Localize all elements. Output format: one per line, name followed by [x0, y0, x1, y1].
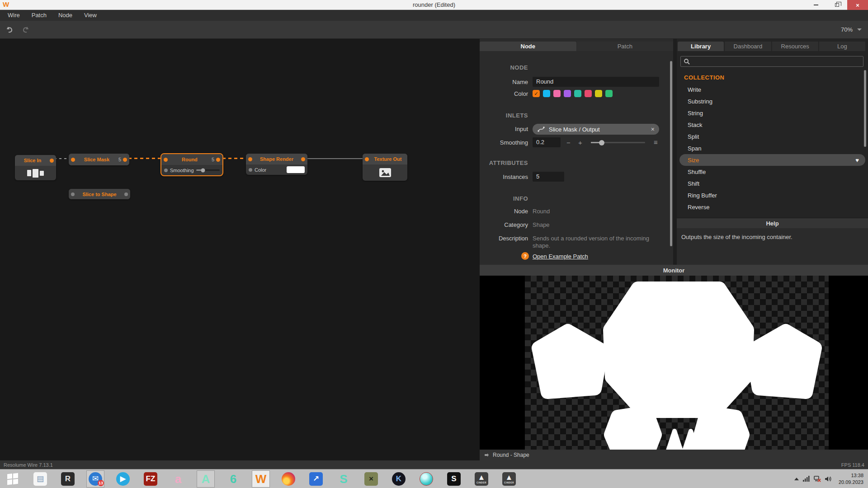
undo-button[interactable]	[3, 23, 16, 36]
node-slice-in[interactable]: Slice In	[15, 155, 56, 180]
node-slice-mask-header[interactable]: Slice Mask 5	[69, 154, 129, 165]
taskbar-resolume-avenue[interactable]: A	[197, 470, 215, 488]
tab-resources[interactable]: Resources	[772, 42, 818, 51]
taskbar-blue-arrows-app[interactable]: ↗	[307, 470, 325, 488]
tab-log[interactable]: Log	[819, 42, 865, 51]
parameter-menu-icon[interactable]: ≡	[654, 138, 658, 146]
smoothing-field[interactable]: 0.2	[533, 137, 561, 147]
taskbar-thunderbird[interactable]: ✉13	[86, 470, 104, 488]
taskbar-telegram[interactable]: ▶	[114, 470, 132, 488]
library-item-ring-buffer[interactable]: Ring Buffer	[677, 189, 868, 201]
library-item-size[interactable]: Size♥	[679, 154, 865, 166]
library-item-string[interactable]: String	[677, 107, 868, 119]
taskbar-notepad[interactable]: ▤	[31, 470, 49, 488]
node-texture-out-header[interactable]: Texture Out	[363, 154, 407, 164]
instances-field[interactable]: 5	[533, 172, 564, 182]
taskbar-cinder-2[interactable]: ▲CINDER	[500, 470, 518, 488]
taskbar-s-teal-app[interactable]: S	[335, 470, 353, 488]
smoothing-increment-button[interactable]: +	[578, 139, 582, 146]
patch-canvas[interactable]: Slice In Slice Mask 5 Round 5	[0, 39, 480, 460]
outlet-dot[interactable]	[124, 192, 128, 196]
node-slice-to-shape[interactable]: Slice to Shape	[69, 189, 130, 199]
color-swatch[interactable]	[553, 90, 561, 97]
inlet-dot[interactable]	[248, 157, 252, 161]
color-swatch[interactable]	[564, 90, 571, 97]
input-connection-pill[interactable]: Slice Mask / Output ×	[533, 124, 659, 135]
node-round[interactable]: Round 5 Smoothing	[160, 153, 223, 176]
library-item-substring[interactable]: Substring	[677, 95, 868, 107]
taskbar-start-button[interactable]	[4, 470, 22, 488]
close-button[interactable]: ×	[847, 0, 868, 10]
cable-round-to-shape-render[interactable]	[222, 158, 247, 159]
taskbar-cinder[interactable]: ▲CINDER	[472, 470, 491, 488]
library-item-shuffle[interactable]: Shuffle	[677, 166, 868, 178]
library-item-reverse[interactable]: Reverse	[677, 201, 868, 213]
node-round-header[interactable]: Round 5	[161, 154, 222, 165]
node-slice-to-shape-header[interactable]: Slice to Shape	[69, 189, 130, 199]
color-swatch[interactable]	[605, 90, 613, 97]
tab-patch[interactable]: Patch	[577, 42, 674, 51]
cable-shape-render-to-texture-out[interactable]	[307, 158, 363, 159]
taskbar-resolume-six[interactable]: 6	[224, 470, 242, 488]
zoom-control[interactable]: 70%	[841, 26, 862, 33]
library-scrollbar[interactable]	[864, 70, 866, 147]
outlet-dot[interactable]	[123, 158, 127, 162]
minimize-button[interactable]	[806, 0, 826, 10]
node-shape-render[interactable]: Shape Render Color	[246, 154, 307, 175]
library-item-span[interactable]: Span	[677, 142, 868, 154]
color-swatch[interactable]	[543, 90, 550, 97]
menu-patch[interactable]: Patch	[26, 10, 52, 21]
speaker-icon[interactable]	[825, 476, 832, 482]
color-swatch[interactable]: ✓	[533, 90, 540, 97]
remove-connection-icon[interactable]: ×	[651, 126, 655, 133]
favorite-heart-icon[interactable]: ♥	[855, 157, 859, 164]
color-swatch[interactable]	[595, 90, 602, 97]
smoothing-decrement-button[interactable]: −	[566, 139, 571, 146]
library-item-write[interactable]: Write	[677, 84, 868, 95]
inlet-dot[interactable]	[164, 169, 168, 172]
tab-dashboard[interactable]: Dashboard	[725, 42, 771, 51]
tab-library[interactable]: Library	[678, 42, 724, 51]
menu-view[interactable]: View	[78, 10, 103, 21]
taskbar-resolume-wire[interactable]: W	[252, 470, 270, 488]
library-item-shift[interactable]: Shift	[677, 178, 868, 189]
redo-button[interactable]	[19, 23, 33, 36]
name-field[interactable]: Round	[533, 77, 659, 87]
outlet-dot[interactable]	[216, 158, 220, 162]
inspector-scrollbar[interactable]	[670, 61, 672, 246]
library-search-input[interactable]	[680, 56, 863, 67]
open-example-patch-link[interactable]: Open Example Patch	[533, 253, 588, 260]
menu-wire[interactable]: Wire	[2, 10, 26, 21]
help-icon[interactable]: ?	[521, 252, 529, 260]
inlet-dot[interactable]	[249, 168, 252, 172]
node-slice-mask[interactable]: Slice Mask 5	[69, 154, 129, 165]
outlet-dot[interactable]	[50, 159, 54, 163]
color-swatch[interactable]	[585, 90, 592, 97]
color-swatch[interactable]	[574, 90, 581, 97]
inlet-dot[interactable]	[164, 158, 168, 162]
taskbar-keepass[interactable]: K	[390, 470, 408, 488]
cable-slice-mask-to-round[interactable]	[128, 158, 161, 159]
smoothing-mini-slider[interactable]	[196, 169, 220, 171]
node-shape-render-header[interactable]: Shape Render	[246, 154, 307, 164]
node-shape-render-color-row[interactable]: Color	[246, 164, 307, 175]
node-texture-out[interactable]: Texture Out	[363, 154, 407, 181]
inlet-dot[interactable]	[71, 158, 75, 162]
restore-button[interactable]	[826, 0, 847, 10]
taskbar-resolume-arena[interactable]: a	[169, 470, 187, 488]
tab-node[interactable]: Node	[480, 42, 576, 51]
taskbar-firefox[interactable]	[279, 470, 297, 488]
taskbar-roland-app[interactable]: R	[59, 470, 77, 488]
library-item-split[interactable]: Split	[677, 131, 868, 142]
node-round-smoothing-row[interactable]: Smoothing	[161, 165, 222, 175]
outlet-dot[interactable]	[301, 157, 305, 161]
taskbar-olive-grid-app[interactable]: ×	[362, 470, 380, 488]
taskbar-shutter-app[interactable]: S	[445, 470, 463, 488]
taskbar-clock[interactable]: 13:38 20.09.2023	[839, 472, 863, 486]
color-value-swatch[interactable]	[287, 166, 305, 173]
show-hidden-icons-button[interactable]	[794, 478, 799, 480]
inlet-dot[interactable]	[71, 192, 75, 196]
network-disconnected-icon[interactable]	[814, 476, 821, 482]
library-item-stack[interactable]: Stack	[677, 119, 868, 131]
taskbar-filezilla[interactable]: FZ	[142, 470, 160, 488]
